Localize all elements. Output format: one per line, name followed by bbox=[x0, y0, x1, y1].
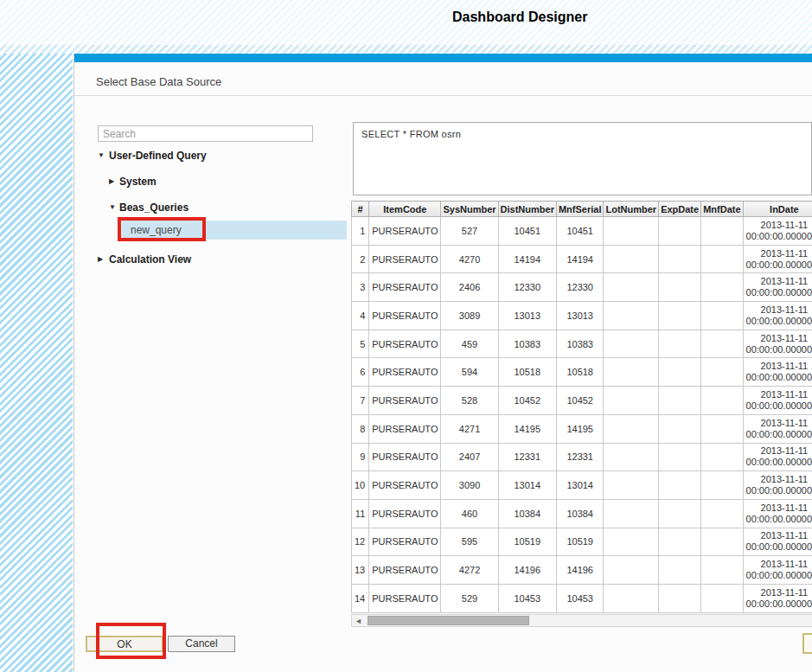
cell-in_date: 2013-11-1100:00:00.0000000 bbox=[743, 245, 812, 273]
column-header-itemcode: ItemCode bbox=[369, 202, 441, 217]
cell-dist_number: 13013 bbox=[498, 302, 556, 330]
tree-item-label: User-Defined Query bbox=[109, 150, 207, 162]
table-row[interactable]: 2PURSERAUTO427014194141942013-11-1100:00… bbox=[352, 245, 812, 273]
table-row[interactable]: 3PURSERAUTO240612330123302013-11-1100:00… bbox=[352, 273, 812, 302]
cell-dist_number: 13014 bbox=[498, 471, 556, 500]
table-row[interactable]: 5PURSERAUTO45910383103832013-11-1100:00:… bbox=[352, 330, 812, 358]
cell-mnf_serial: 13014 bbox=[556, 471, 604, 500]
cell-mnf_serial: 14196 bbox=[556, 556, 604, 585]
table-row[interactable]: 12PURSERAUTO59510519105192013-11-1100:00… bbox=[352, 528, 812, 556]
cell-sys_number: 4271 bbox=[441, 414, 498, 443]
column-header-sysnumber: SysNumber bbox=[441, 202, 498, 217]
cell-item_code: PURSERAUTO bbox=[369, 471, 441, 500]
table-row[interactable]: 6PURSERAUTO59410518105182013-11-1100:00:… bbox=[352, 358, 812, 387]
chevron-down-icon[interactable]: ▼ bbox=[98, 151, 105, 159]
cell-sys_number: 4270 bbox=[441, 245, 498, 273]
result-table: #ItemCodeSysNumberDistNumberMnfSerialLot… bbox=[351, 201, 812, 613]
cell-mnf_serial: 13013 bbox=[556, 302, 604, 330]
cell-exp_date bbox=[659, 387, 701, 415]
cell-sys_number: 2407 bbox=[441, 443, 498, 471]
cell-mnf_date bbox=[701, 387, 743, 415]
dialog-title: Select Base Data Source bbox=[96, 75, 221, 88]
app-header: Dashboard Designer bbox=[0, 0, 812, 45]
table-row[interactable]: 13PURSERAUTO427214196141962013-11-1100:0… bbox=[352, 556, 812, 585]
cell-mnf_serial: 10451 bbox=[556, 217, 604, 246]
scrollbar-thumb[interactable] bbox=[368, 616, 529, 625]
table-row[interactable]: 8PURSERAUTO427114195141952013-11-1100:00… bbox=[352, 414, 812, 443]
cell-dist_number: 14195 bbox=[498, 414, 556, 443]
cell-mnf_serial: 10453 bbox=[556, 584, 604, 612]
table-row[interactable]: 14PURSERAUTO52910453104532013-11-1100:00… bbox=[352, 584, 812, 612]
chevron-right-icon[interactable]: ▶ bbox=[109, 177, 114, 185]
cell-dist_number: 12331 bbox=[498, 443, 556, 471]
cell-exp_date bbox=[659, 302, 701, 330]
cell-item_code: PURSERAUTO bbox=[369, 358, 441, 387]
cell-lot_number bbox=[604, 358, 659, 387]
dialog-accent-bar bbox=[74, 54, 812, 62]
sql-query-box[interactable]: SELECT * FROM osrn bbox=[353, 122, 812, 195]
search-input[interactable] bbox=[98, 125, 313, 142]
cell-dist_number: 12330 bbox=[498, 273, 556, 302]
cell-sys_number: 527 bbox=[441, 217, 498, 246]
cell-lot_number bbox=[604, 273, 659, 302]
cell-in_date: 2013-11-1100:00:00.0000000 bbox=[743, 471, 812, 500]
chevron-right-icon[interactable]: ▶ bbox=[98, 255, 103, 263]
table-row[interactable]: 10PURSERAUTO309013014130142013-11-1100:0… bbox=[352, 471, 812, 500]
cell-mnf_serial: 12331 bbox=[556, 443, 604, 471]
cell-lot_number bbox=[604, 217, 659, 246]
cell-sys_number: 3089 bbox=[441, 302, 498, 330]
partial-edge-button[interactable] bbox=[802, 633, 812, 654]
horizontal-scrollbar[interactable]: ◄ bbox=[351, 614, 812, 627]
cell-num: 6 bbox=[352, 358, 369, 387]
cell-item_code: PURSERAUTO bbox=[369, 302, 441, 330]
table-row[interactable]: 1PURSERAUTO52710451104512013-11-1100:00:… bbox=[352, 217, 812, 246]
cell-lot_number bbox=[604, 499, 659, 528]
chevron-down-icon[interactable]: ▼ bbox=[109, 203, 116, 211]
cell-mnf_serial: 10384 bbox=[556, 499, 604, 528]
cell-num: 5 bbox=[352, 330, 369, 358]
cell-mnf_date bbox=[701, 358, 743, 387]
cell-lot_number bbox=[604, 245, 659, 273]
cell-num: 14 bbox=[352, 584, 369, 612]
cell-mnf_serial: 14194 bbox=[556, 245, 604, 273]
cell-num: 12 bbox=[352, 528, 369, 556]
column-header-num: # bbox=[352, 202, 369, 217]
cell-num: 2 bbox=[352, 245, 369, 273]
cell-dist_number: 14196 bbox=[498, 556, 556, 585]
cell-mnf_date bbox=[701, 499, 743, 528]
cell-dist_number: 10451 bbox=[498, 217, 556, 246]
table-row[interactable]: 4PURSERAUTO308913013130132013-11-1100:00… bbox=[352, 302, 812, 330]
cell-mnf_date bbox=[701, 584, 743, 612]
table-row[interactable]: 9PURSERAUTO240712331123312013-11-1100:00… bbox=[352, 443, 812, 471]
cell-dist_number: 10384 bbox=[498, 499, 556, 528]
cell-dist_number: 14194 bbox=[498, 245, 556, 273]
cell-dist_number: 10452 bbox=[498, 387, 556, 415]
header-band-stripes bbox=[0, 45, 812, 54]
tree-item-new-query[interactable]: new_query bbox=[122, 221, 347, 240]
cell-sys_number: 528 bbox=[441, 387, 498, 415]
cell-item_code: PURSERAUTO bbox=[369, 245, 441, 273]
cancel-button[interactable]: Cancel bbox=[168, 636, 235, 652]
cell-dist_number: 10519 bbox=[498, 528, 556, 556]
cell-dist_number: 10518 bbox=[498, 358, 556, 387]
scroll-left-icon[interactable]: ◄ bbox=[355, 617, 362, 625]
cell-sys_number: 2406 bbox=[441, 273, 498, 302]
column-header-distnumber: DistNumber bbox=[498, 202, 556, 217]
cell-exp_date bbox=[659, 499, 701, 528]
cell-in_date: 2013-11-1100:00:00.0000000 bbox=[743, 302, 812, 330]
cell-item_code: PURSERAUTO bbox=[369, 443, 441, 471]
cell-sys_number: 459 bbox=[441, 330, 498, 358]
cell-num: 11 bbox=[352, 499, 369, 528]
cell-sys_number: 529 bbox=[441, 584, 498, 612]
cell-in_date: 2013-11-1100:00:00.0000000 bbox=[743, 414, 812, 443]
cell-item_code: PURSERAUTO bbox=[369, 273, 441, 302]
cell-mnf_date bbox=[701, 556, 743, 585]
table-row[interactable]: 7PURSERAUTO52810452104522013-11-1100:00:… bbox=[352, 387, 812, 415]
cell-lot_number bbox=[604, 528, 659, 556]
ok-button[interactable]: OK bbox=[86, 636, 163, 652]
cell-exp_date bbox=[659, 584, 701, 612]
table-row[interactable]: 11PURSERAUTO46010384103842013-11-1100:00… bbox=[352, 499, 812, 528]
cell-mnf_serial: 14195 bbox=[556, 414, 604, 443]
column-header-expdate: ExpDate bbox=[659, 202, 701, 217]
cell-lot_number bbox=[604, 302, 659, 330]
